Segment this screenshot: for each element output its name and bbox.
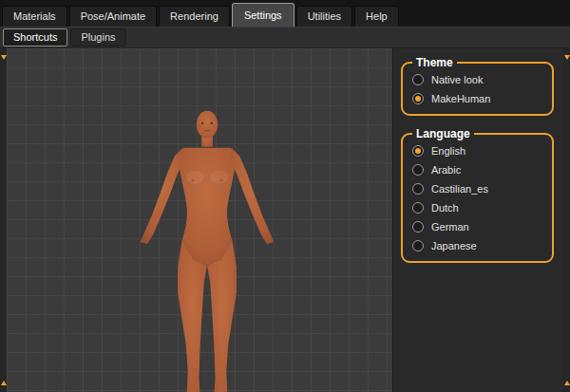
radio-button-selected-icon[interactable]: [412, 93, 424, 104]
radio-button-icon[interactable]: [412, 74, 424, 85]
right-panel-strip[interactable]: [563, 48, 570, 392]
model-shading: [219, 178, 222, 181]
main-area: Theme Native look MakeHuman Language Eng…: [0, 47, 570, 392]
theme-group-title: Theme: [412, 56, 457, 69]
radio-button-icon[interactable]: [412, 183, 424, 195]
model-shading: [192, 178, 195, 181]
language-group: Language English Arabic Castilian_es Dut…: [401, 127, 554, 263]
tab-shortcuts[interactable]: Shortcuts: [3, 28, 67, 47]
radio-english[interactable]: English: [410, 141, 546, 160]
left-panel-strip[interactable]: [0, 48, 7, 392]
model-head: [197, 111, 218, 139]
panel-toggle-arrow-icon[interactable]: [564, 381, 570, 385]
panel-toggle-arrow-icon[interactable]: [1, 381, 7, 385]
radio-arabic[interactable]: Arabic: [410, 160, 546, 179]
tab-rendering[interactable]: Rendering: [159, 6, 230, 27]
model-right-arm: [231, 148, 275, 244]
radio-japanese[interactable]: Japanese: [410, 236, 546, 255]
radio-castilian-es[interactable]: Castilian_es: [410, 179, 546, 198]
radio-button-icon[interactable]: [412, 202, 424, 214]
radio-native-look[interactable]: Native look: [410, 70, 546, 89]
radio-dutch[interactable]: Dutch: [410, 198, 546, 217]
model-left-arm: [141, 148, 184, 244]
model-eye: [201, 121, 204, 124]
human-model[interactable]: [136, 105, 278, 392]
model-shading: [186, 171, 204, 184]
radio-makehuman[interactable]: MakeHuman: [410, 89, 546, 108]
radio-button-icon[interactable]: [412, 221, 424, 233]
makehuman-window: Materials Pose/Animate Rendering Setting…: [0, 0, 570, 392]
main-tab-bar: Materials Pose/Animate Rendering Setting…: [0, 0, 570, 27]
3d-viewport[interactable]: [7, 48, 392, 392]
tab-materials[interactable]: Materials: [2, 6, 67, 27]
tab-pose-animate[interactable]: Pose/Animate: [69, 6, 157, 27]
panel-toggle-arrow-icon[interactable]: [1, 55, 7, 60]
theme-group: Theme Native look MakeHuman: [401, 56, 554, 116]
tab-plugins[interactable]: Plugins: [70, 28, 125, 47]
settings-panel: Theme Native look MakeHuman Language Eng…: [392, 48, 563, 392]
tab-utilities[interactable]: Utilities: [296, 6, 352, 27]
model-mouth: [204, 130, 210, 131]
radio-german[interactable]: German: [410, 217, 546, 236]
model-shading: [210, 171, 228, 184]
panel-toggle-arrow-icon[interactable]: [564, 55, 570, 60]
model-torso: [179, 148, 236, 266]
radio-button-icon[interactable]: [412, 240, 424, 252]
tab-help[interactable]: Help: [354, 6, 399, 27]
tab-settings[interactable]: Settings: [232, 3, 294, 27]
model-left-leg: [178, 241, 207, 392]
model-right-leg: [207, 241, 237, 392]
sub-tab-bar: Shortcuts Plugins: [0, 27, 570, 47]
radio-button-icon[interactable]: [412, 164, 424, 176]
model-eye: [211, 121, 214, 124]
radio-button-selected-icon[interactable]: [412, 145, 424, 157]
language-group-title: Language: [412, 127, 474, 140]
